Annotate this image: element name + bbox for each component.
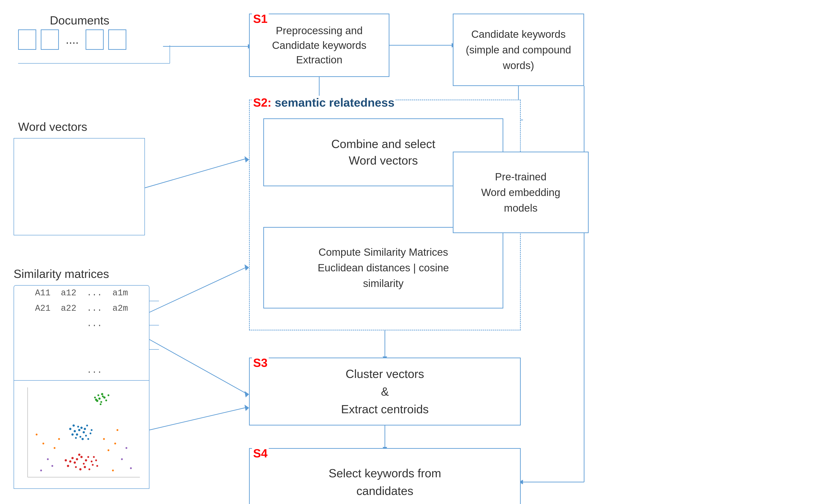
scatter-plot-box — [14, 380, 149, 489]
svg-point-71 — [78, 454, 80, 456]
scatter-svg — [14, 381, 149, 488]
svg-point-55 — [79, 436, 81, 438]
doc-dots: .... — [63, 33, 81, 46]
svg-point-68 — [85, 459, 87, 461]
svg-point-40 — [100, 401, 102, 403]
svg-point-92 — [121, 458, 123, 460]
svg-point-70 — [83, 463, 85, 465]
svg-point-89 — [58, 438, 60, 440]
s1-label: S1 — [252, 12, 269, 26]
svg-point-59 — [86, 425, 88, 426]
doc-box-4 — [108, 29, 126, 50]
svg-point-41 — [103, 396, 105, 399]
svg-point-64 — [87, 438, 89, 440]
svg-point-49 — [78, 429, 80, 431]
svg-point-51 — [76, 433, 78, 436]
svg-point-56 — [84, 428, 86, 430]
svg-point-54 — [74, 430, 76, 432]
sim-matrix-box: A11 a12 ... a1m A21 a22 ... a2m ... ... … — [14, 285, 149, 394]
svg-point-91 — [114, 443, 116, 444]
svg-point-65 — [72, 424, 75, 427]
svg-point-94 — [51, 465, 53, 467]
svg-point-84 — [67, 465, 69, 467]
svg-point-79 — [79, 468, 81, 471]
svg-point-87 — [54, 447, 55, 449]
svg-marker-21 — [244, 391, 249, 397]
svg-point-95 — [103, 438, 105, 440]
matrix-text: A11 a12 ... a1m A21 a22 ... a2m ... ... … — [35, 285, 128, 394]
svg-point-48 — [107, 394, 109, 396]
box-candidate-keywords: Candidate keywords(simple and compoundwo… — [453, 14, 584, 86]
svg-point-76 — [92, 464, 94, 466]
svg-line-10 — [145, 158, 247, 188]
svg-point-52 — [80, 427, 83, 429]
svg-point-98 — [36, 434, 38, 435]
s2-blue-label: semantic relatedness — [275, 96, 394, 109]
s3-text: Cluster vectors&Extract centroids — [341, 365, 429, 418]
doc-box-2 — [41, 29, 59, 50]
svg-point-74 — [91, 461, 93, 462]
svg-marker-32 — [244, 405, 249, 411]
doc-boxes: .... — [18, 29, 126, 50]
svg-point-69 — [76, 458, 78, 460]
compute-text: Compute Similarity MatricesEuclidean dis… — [318, 244, 449, 291]
diagram-container: Documents .... S1 Preprocessing andCandi… — [0, 0, 813, 504]
svg-point-42 — [97, 394, 99, 396]
svg-point-100 — [112, 470, 114, 471]
svg-point-62 — [90, 432, 91, 434]
svg-line-31 — [149, 407, 247, 430]
svg-point-83 — [95, 459, 97, 461]
svg-point-47 — [94, 397, 96, 398]
svg-marker-30 — [244, 264, 249, 271]
s3-label: S3 — [252, 356, 269, 370]
pretrained-text: Pre-trainedWord embeddingmodels — [481, 169, 560, 216]
box-pretrained: Pre-trainedWord embeddingmodels — [453, 152, 589, 233]
s2-red-label: S2: — [253, 96, 271, 109]
svg-point-46 — [100, 403, 101, 405]
svg-line-20 — [149, 339, 247, 394]
s4-label: S4 — [252, 447, 269, 460]
svg-point-88 — [107, 449, 109, 451]
svg-point-45 — [101, 393, 103, 395]
svg-point-75 — [71, 457, 74, 459]
svg-point-80 — [88, 468, 90, 470]
candidate-keywords-text: Candidate keywords(simple and compoundwo… — [466, 26, 571, 73]
svg-point-50 — [83, 431, 85, 433]
svg-point-58 — [81, 438, 84, 440]
documents-label: Documents — [50, 14, 109, 27]
svg-point-101 — [40, 470, 42, 471]
svg-point-67 — [80, 456, 83, 458]
svg-point-53 — [85, 435, 87, 437]
svg-point-90 — [47, 458, 49, 460]
svg-point-78 — [75, 466, 77, 468]
svg-point-60 — [71, 433, 74, 436]
svg-point-73 — [74, 461, 76, 464]
box-s1: S1 Preprocessing andCandidate keywordsEx… — [249, 14, 389, 77]
svg-point-99 — [130, 467, 132, 469]
box-s3: S3 Cluster vectors&Extract centroids — [249, 358, 521, 425]
box-compute: Compute Similarity MatricesEuclidean dis… — [263, 227, 503, 308]
word-vectors-box — [14, 138, 145, 235]
svg-point-96 — [117, 429, 118, 431]
svg-point-82 — [69, 460, 71, 463]
svg-point-85 — [96, 465, 98, 467]
svg-point-81 — [93, 456, 95, 458]
word-vectors-label: Word vectors — [18, 120, 87, 134]
doc-box-1 — [18, 29, 36, 50]
s2-label: S2: semantic relatedness — [252, 96, 395, 109]
svg-line-29 — [149, 267, 247, 312]
svg-point-61 — [75, 437, 77, 439]
svg-point-63 — [69, 428, 71, 430]
sim-matrices-label: Similarity matrices — [14, 267, 109, 281]
svg-marker-11 — [244, 156, 249, 162]
svg-point-44 — [105, 399, 107, 401]
doc-box-3 — [86, 29, 104, 50]
svg-point-86 — [65, 459, 67, 461]
svg-point-66 — [91, 429, 93, 431]
s4-text: Select keywords fromcandidates — [328, 464, 441, 500]
s1-text: Preprocessing andCandidate keywordsExtra… — [272, 23, 366, 67]
svg-point-97 — [125, 447, 127, 449]
svg-point-93 — [42, 443, 44, 444]
svg-point-37 — [98, 397, 100, 400]
svg-point-43 — [95, 399, 97, 401]
